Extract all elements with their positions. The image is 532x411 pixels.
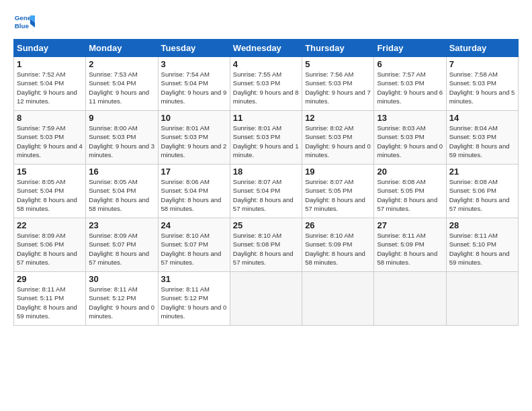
day-info: Sunrise: 8:02 AMSunset: 5:03 PMDaylight:… xyxy=(305,124,371,159)
day-number: 24 xyxy=(161,220,227,230)
day-info: Sunrise: 7:58 AMSunset: 5:03 PMDaylight:… xyxy=(449,70,515,105)
day-number: 26 xyxy=(305,220,371,230)
day-number: 15 xyxy=(17,167,83,177)
day-cell-13: 13Sunrise: 8:03 AMSunset: 5:03 PMDayligh… xyxy=(374,111,446,165)
day-cell-14: 14Sunrise: 8:04 AMSunset: 5:03 PMDayligh… xyxy=(446,111,518,165)
day-cell-25: 25Sunrise: 8:10 AMSunset: 5:08 PMDayligh… xyxy=(230,218,302,272)
day-number: 19 xyxy=(305,167,371,177)
day-info: Sunrise: 8:09 AMSunset: 5:07 PMDaylight:… xyxy=(89,231,154,267)
day-info: Sunrise: 8:07 AMSunset: 5:05 PMDaylight:… xyxy=(305,177,371,213)
day-info: Sunrise: 8:01 AMSunset: 5:03 PMDaylight:… xyxy=(161,124,227,159)
day-info: Sunrise: 7:55 AMSunset: 5:03 PMDaylight:… xyxy=(233,70,299,105)
day-number: 8 xyxy=(17,113,83,123)
day-info: Sunrise: 7:56 AMSunset: 5:03 PMDaylight:… xyxy=(305,70,371,105)
empty-cell xyxy=(230,272,302,326)
day-info: Sunrise: 7:57 AMSunset: 5:03 PMDaylight:… xyxy=(377,70,443,105)
day-cell-19: 19Sunrise: 8:07 AMSunset: 5:05 PMDayligh… xyxy=(302,165,374,218)
day-number: 2 xyxy=(89,59,154,69)
header-day-saturday: Saturday xyxy=(446,40,518,57)
day-info: Sunrise: 8:08 AMSunset: 5:05 PMDaylight:… xyxy=(377,177,443,213)
day-number: 31 xyxy=(161,274,227,284)
calendar-table: SundayMondayTuesdayWednesdayThursdayFrid… xyxy=(13,39,519,326)
day-info: Sunrise: 8:06 AMSunset: 5:04 PMDaylight:… xyxy=(161,177,227,213)
day-number: 1 xyxy=(17,59,83,69)
day-cell-27: 27Sunrise: 8:11 AMSunset: 5:09 PMDayligh… xyxy=(374,218,446,272)
svg-text:Blue: Blue xyxy=(15,22,30,30)
day-cell-22: 22Sunrise: 8:09 AMSunset: 5:06 PMDayligh… xyxy=(14,218,86,272)
day-cell-30: 30Sunrise: 8:11 AMSunset: 5:12 PMDayligh… xyxy=(86,272,158,326)
header-day-friday: Friday xyxy=(374,40,446,57)
day-number: 11 xyxy=(233,113,299,123)
empty-cell xyxy=(302,272,374,326)
day-cell-26: 26Sunrise: 8:10 AMSunset: 5:09 PMDayligh… xyxy=(302,218,374,272)
week-row-4: 22Sunrise: 8:09 AMSunset: 5:06 PMDayligh… xyxy=(14,218,519,272)
day-cell-23: 23Sunrise: 8:09 AMSunset: 5:07 PMDayligh… xyxy=(86,218,158,272)
empty-cell xyxy=(446,272,518,326)
day-info: Sunrise: 7:54 AMSunset: 5:04 PMDaylight:… xyxy=(161,70,227,105)
day-number: 28 xyxy=(449,220,515,230)
calendar-body: 1Sunrise: 7:52 AMSunset: 5:04 PMDaylight… xyxy=(14,57,519,326)
day-cell-15: 15Sunrise: 8:05 AMSunset: 5:04 PMDayligh… xyxy=(14,165,86,218)
day-info: Sunrise: 8:00 AMSunset: 5:03 PMDaylight:… xyxy=(89,124,154,159)
day-number: 25 xyxy=(233,220,299,230)
day-info: Sunrise: 7:52 AMSunset: 5:04 PMDaylight:… xyxy=(17,70,83,105)
header-day-wednesday: Wednesday xyxy=(230,40,302,57)
day-cell-7: 7Sunrise: 7:58 AMSunset: 5:03 PMDaylight… xyxy=(446,57,518,111)
day-number: 21 xyxy=(449,167,515,177)
day-cell-17: 17Sunrise: 8:06 AMSunset: 5:04 PMDayligh… xyxy=(158,165,230,218)
day-number: 10 xyxy=(161,113,227,123)
day-cell-12: 12Sunrise: 8:02 AMSunset: 5:03 PMDayligh… xyxy=(302,111,374,165)
day-info: Sunrise: 8:01 AMSunset: 5:03 PMDaylight:… xyxy=(233,124,299,159)
day-cell-20: 20Sunrise: 8:08 AMSunset: 5:05 PMDayligh… xyxy=(374,165,446,218)
day-number: 14 xyxy=(449,113,515,123)
header-row: SundayMondayTuesdayWednesdayThursdayFrid… xyxy=(14,40,519,57)
header-day-thursday: Thursday xyxy=(302,40,374,57)
day-cell-31: 31Sunrise: 8:11 AMSunset: 5:12 PMDayligh… xyxy=(158,272,230,326)
logo: General Blue xyxy=(13,11,39,32)
day-cell-2: 2Sunrise: 7:53 AMSunset: 5:04 PMDaylight… xyxy=(86,57,158,111)
header-day-tuesday: Tuesday xyxy=(158,40,230,57)
day-cell-3: 3Sunrise: 7:54 AMSunset: 5:04 PMDaylight… xyxy=(158,57,230,111)
day-number: 22 xyxy=(17,220,83,230)
day-info: Sunrise: 8:10 AMSunset: 5:07 PMDaylight:… xyxy=(161,231,227,267)
day-number: 13 xyxy=(377,113,443,123)
day-info: Sunrise: 8:11 AMSunset: 5:12 PMDaylight:… xyxy=(161,285,227,320)
day-cell-21: 21Sunrise: 8:08 AMSunset: 5:06 PMDayligh… xyxy=(446,165,518,218)
day-cell-10: 10Sunrise: 8:01 AMSunset: 5:03 PMDayligh… xyxy=(158,111,230,165)
logo-icon: General Blue xyxy=(13,11,35,32)
day-number: 27 xyxy=(377,220,443,230)
day-info: Sunrise: 8:07 AMSunset: 5:04 PMDaylight:… xyxy=(233,177,299,213)
day-cell-1: 1Sunrise: 7:52 AMSunset: 5:04 PMDaylight… xyxy=(14,57,86,111)
day-number: 23 xyxy=(89,220,154,230)
day-info: Sunrise: 8:11 AMSunset: 5:09 PMDaylight:… xyxy=(377,231,443,267)
day-info: Sunrise: 7:59 AMSunset: 5:03 PMDaylight:… xyxy=(17,124,83,159)
day-number: 17 xyxy=(161,167,227,177)
day-number: 9 xyxy=(89,113,154,123)
day-info: Sunrise: 8:11 AMSunset: 5:12 PMDaylight:… xyxy=(89,285,154,320)
day-cell-6: 6Sunrise: 7:57 AMSunset: 5:03 PMDaylight… xyxy=(374,57,446,111)
day-number: 6 xyxy=(377,59,443,69)
day-number: 5 xyxy=(305,59,371,69)
day-info: Sunrise: 8:10 AMSunset: 5:09 PMDaylight:… xyxy=(305,231,371,267)
day-info: Sunrise: 8:10 AMSunset: 5:08 PMDaylight:… xyxy=(233,231,299,267)
day-info: Sunrise: 8:11 AMSunset: 5:11 PMDaylight:… xyxy=(17,285,83,320)
day-number: 30 xyxy=(89,274,154,284)
day-info: Sunrise: 8:03 AMSunset: 5:03 PMDaylight:… xyxy=(377,124,443,159)
day-cell-11: 11Sunrise: 8:01 AMSunset: 5:03 PMDayligh… xyxy=(230,111,302,165)
day-number: 3 xyxy=(161,59,227,69)
day-info: Sunrise: 8:08 AMSunset: 5:06 PMDaylight:… xyxy=(449,177,515,213)
day-number: 20 xyxy=(377,167,443,177)
day-number: 12 xyxy=(305,113,371,123)
calendar-header: SundayMondayTuesdayWednesdayThursdayFrid… xyxy=(14,40,519,57)
day-cell-8: 8Sunrise: 7:59 AMSunset: 5:03 PMDaylight… xyxy=(14,111,86,165)
week-row-5: 29Sunrise: 8:11 AMSunset: 5:11 PMDayligh… xyxy=(14,272,519,326)
day-cell-16: 16Sunrise: 8:05 AMSunset: 5:04 PMDayligh… xyxy=(86,165,158,218)
empty-cell xyxy=(374,272,446,326)
day-cell-29: 29Sunrise: 8:11 AMSunset: 5:11 PMDayligh… xyxy=(14,272,86,326)
day-number: 29 xyxy=(17,274,83,284)
day-info: Sunrise: 7:53 AMSunset: 5:04 PMDaylight:… xyxy=(89,70,154,105)
day-cell-24: 24Sunrise: 8:10 AMSunset: 5:07 PMDayligh… xyxy=(158,218,230,272)
header-day-monday: Monday xyxy=(86,40,158,57)
week-row-1: 1Sunrise: 7:52 AMSunset: 5:04 PMDaylight… xyxy=(14,57,519,111)
header-day-sunday: Sunday xyxy=(14,40,86,57)
